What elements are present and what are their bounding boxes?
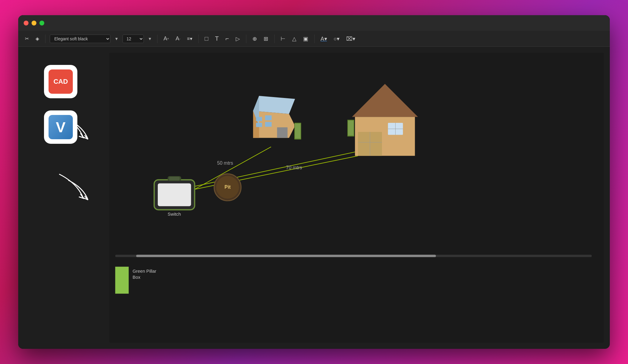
separator-1 xyxy=(45,35,46,43)
cad-app-icon[interactable]: CAD xyxy=(44,65,77,98)
svg-rect-9 xyxy=(256,123,262,127)
building-1 xyxy=(253,96,301,139)
arrow-2 xyxy=(53,171,93,206)
visio-icon-inner: V xyxy=(49,115,73,139)
align-left-button[interactable]: ⊢ xyxy=(279,34,287,43)
svg-text:Box: Box xyxy=(133,275,140,280)
svg-text:Switch: Switch xyxy=(168,212,181,217)
building-2 xyxy=(347,84,418,156)
paint-button[interactable]: ◈ xyxy=(34,35,41,43)
distance-1-label: 50 mtrs xyxy=(217,160,233,166)
visio-app-icon[interactable]: V xyxy=(44,110,77,144)
layout-button[interactable]: ▣ xyxy=(301,34,310,43)
cut-button[interactable]: ✂ xyxy=(23,35,31,43)
layers-button[interactable]: ⊕ xyxy=(251,34,259,43)
separator-3 xyxy=(198,35,199,43)
embed-button[interactable]: ⊞ xyxy=(262,34,270,43)
font-dropdown-btn[interactable]: ▾ xyxy=(113,35,120,43)
separator-4 xyxy=(246,35,246,43)
close-button[interactable] xyxy=(24,21,29,25)
pit-node: Pit xyxy=(214,174,241,201)
main-canvas[interactable]: 50 mtrs 70 mtrs xyxy=(109,53,604,343)
minimize-button[interactable] xyxy=(32,21,36,25)
toolbar: ✂ ◈ Elegant soft black ▾ 12 ▾ A+ A- ≡▾ □… xyxy=(18,31,610,47)
svg-rect-34 xyxy=(136,255,436,257)
svg-text:Pit: Pit xyxy=(225,184,231,190)
font-selector[interactable]: Elegant soft black xyxy=(50,35,110,43)
separator-5 xyxy=(274,35,275,43)
font-increase-button[interactable]: A+ xyxy=(162,34,171,43)
left-sidebar: CAD V xyxy=(18,47,103,349)
svg-rect-24 xyxy=(348,121,353,135)
title-bar xyxy=(18,15,610,31)
font-decrease-button[interactable]: A- xyxy=(174,34,182,43)
svg-rect-11 xyxy=(265,122,272,127)
diagram-svg: 50 mtrs 70 mtrs xyxy=(109,53,604,343)
svg-rect-8 xyxy=(256,117,262,121)
distance-2-label: 70 mtrs xyxy=(286,165,302,170)
fill-button[interactable]: A▾ xyxy=(319,34,329,43)
rectangle-button[interactable]: □ xyxy=(203,34,210,43)
cad-label: CAD xyxy=(53,78,68,85)
svg-marker-6 xyxy=(253,96,295,114)
align-button[interactable]: ≡▾ xyxy=(185,35,194,43)
svg-rect-12 xyxy=(277,127,288,138)
content-area: CAD V xyxy=(18,47,610,349)
svg-marker-3 xyxy=(253,126,295,138)
circle-button[interactable]: ○▾ xyxy=(332,34,342,43)
svg-text:Green Pillar: Green Pillar xyxy=(133,269,156,274)
separator-2 xyxy=(157,35,157,43)
svg-rect-26 xyxy=(158,184,191,206)
angle-button[interactable]: ⌐ xyxy=(224,34,231,43)
main-window: ✂ ◈ Elegant soft black ▾ 12 ▾ A+ A- ≡▾ □… xyxy=(18,15,610,349)
crop-button[interactable]: ⌧▾ xyxy=(344,34,357,43)
separator-6 xyxy=(314,35,315,43)
canvas-content: 50 mtrs 70 mtrs xyxy=(109,53,604,343)
svg-rect-14 xyxy=(295,124,300,138)
cursor-button[interactable]: ▷ xyxy=(234,34,242,43)
triangle-button[interactable]: △ xyxy=(290,34,298,43)
text-button[interactable]: T xyxy=(213,34,221,43)
font-size-selector[interactable]: 12 xyxy=(123,35,144,43)
svg-rect-35 xyxy=(115,267,129,294)
traffic-lights xyxy=(24,21,44,25)
visio-label: V xyxy=(56,119,66,136)
switch-node: Switch xyxy=(154,176,194,217)
cad-icon-inner: CAD xyxy=(49,69,73,94)
svg-marker-16 xyxy=(352,84,418,117)
svg-rect-10 xyxy=(265,115,272,120)
font-size-dropdown-btn[interactable]: ▾ xyxy=(147,35,153,43)
svg-rect-28 xyxy=(169,177,180,180)
maximize-button[interactable] xyxy=(39,21,44,25)
